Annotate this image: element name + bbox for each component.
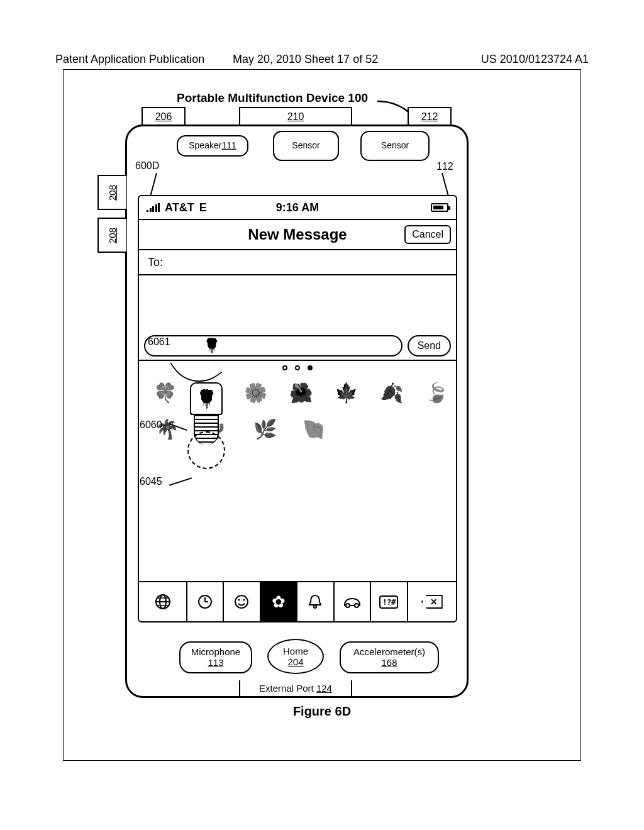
smiley-icon bbox=[234, 594, 249, 609]
emoji-fallen-leaf[interactable]: 🍂 bbox=[379, 379, 403, 406]
svg-point-9 bbox=[238, 599, 240, 601]
clock-icon bbox=[197, 594, 213, 609]
ref-tab-210: 210 bbox=[239, 107, 352, 126]
ref-tab-206: 206 bbox=[142, 107, 186, 126]
emoji-hibiscus[interactable]: 🌺 bbox=[289, 379, 313, 406]
carrier-label: AT&T bbox=[165, 201, 194, 214]
external-port-label: External Port 124 bbox=[239, 680, 352, 697]
figure-caption: Figure 6D bbox=[0, 704, 644, 719]
to-label: To: bbox=[148, 256, 163, 269]
category-recent[interactable] bbox=[186, 582, 225, 621]
globe-key[interactable] bbox=[139, 582, 187, 621]
category-objects[interactable] bbox=[296, 582, 335, 621]
home-button[interactable]: Home204 bbox=[267, 639, 324, 674]
svg-point-11 bbox=[314, 606, 316, 608]
flower-icon: ✿ bbox=[272, 592, 286, 612]
cancel-button[interactable]: Cancel bbox=[404, 225, 451, 244]
callout-112: 112 bbox=[436, 161, 453, 172]
svg-point-13 bbox=[355, 604, 358, 607]
category-places[interactable] bbox=[333, 582, 372, 621]
car-icon bbox=[343, 595, 362, 608]
emoji-clover[interactable]: 🍀 bbox=[153, 379, 177, 406]
globe-icon bbox=[155, 594, 171, 610]
page-dot-3[interactable] bbox=[308, 365, 313, 370]
emoji-leaves[interactable]: 🍃 bbox=[425, 379, 448, 406]
optical-sensor-label-fixed: OpticalSensor 164 bbox=[273, 131, 339, 161]
speaker-label: Speaker111 bbox=[177, 135, 248, 157]
callout-6061: 6061 bbox=[148, 336, 170, 348]
callout-600d: 600D bbox=[135, 160, 159, 172]
symbols-icon: !?# bbox=[379, 595, 398, 609]
proximity-sensor-label: ProximitySensor 166 bbox=[360, 131, 430, 161]
callout-6060: 6060 bbox=[140, 419, 162, 431]
touchscreen[interactable]: AT&T E 9:16 AM New Message Cancel To: 🌹 … bbox=[138, 195, 457, 622]
ref-tab-208a: 208 bbox=[97, 175, 126, 210]
popup-rose-icon: 🌹 bbox=[190, 382, 223, 415]
send-button[interactable]: Send bbox=[408, 335, 451, 357]
ref-tab-208b: 208 bbox=[97, 218, 126, 253]
category-people[interactable] bbox=[223, 582, 261, 621]
emoji-grid[interactable]: 🍀 🌻 🌼 🌺 🍁 🍂 🍃 🌴 🌵 🌿 🐚 bbox=[139, 375, 456, 443]
svg-point-8 bbox=[235, 595, 248, 608]
ref-tab-212: 212 bbox=[408, 107, 452, 126]
microphone-label: Microphone113 bbox=[179, 641, 252, 673]
page-title: New Message bbox=[248, 226, 347, 243]
emoji-maple-leaf[interactable]: 🍁 bbox=[334, 379, 358, 406]
battery-icon bbox=[431, 203, 448, 212]
device-title: Portable Multifunction Device 100 bbox=[177, 91, 368, 105]
page-dot-2[interactable] bbox=[295, 365, 300, 370]
to-field[interactable]: To: bbox=[139, 250, 456, 275]
network-label: E bbox=[199, 201, 207, 214]
emoji-herb[interactable]: 🌿 bbox=[251, 415, 279, 443]
signal-icon bbox=[147, 203, 160, 212]
svg-point-12 bbox=[346, 604, 350, 607]
emoji-shell[interactable]: 🐚 bbox=[300, 415, 328, 443]
accelerometer-label: Accelerometer(s)168 bbox=[340, 641, 439, 673]
emoji-blossom[interactable]: 🌼 bbox=[243, 379, 267, 406]
patent-figure-page: Patent Application Publication May 20, 2… bbox=[0, 0, 644, 830]
compose-area[interactable] bbox=[139, 275, 456, 332]
status-bar: AT&T E 9:16 AM bbox=[139, 196, 456, 220]
selection-indicator bbox=[187, 431, 225, 469]
page-dot-1[interactable] bbox=[282, 365, 287, 370]
clock-label: 9:16 AM bbox=[276, 201, 319, 214]
bell-icon bbox=[308, 594, 323, 610]
nav-bar: New Message Cancel bbox=[139, 220, 456, 250]
category-symbols[interactable]: !?# bbox=[370, 582, 408, 621]
header-sheet: May 20, 2010 Sheet 17 of 52 bbox=[233, 53, 378, 66]
callout-6045: 6045 bbox=[140, 476, 162, 487]
header-publication: Patent Application Publication bbox=[55, 53, 204, 66]
svg-point-10 bbox=[243, 599, 245, 601]
backspace-key[interactable]: ✕ bbox=[408, 582, 457, 621]
header-pubnum: US 2010/0123724 A1 bbox=[481, 53, 589, 66]
category-nature[interactable]: ✿ bbox=[260, 582, 298, 621]
backspace-icon: ✕ bbox=[421, 595, 443, 609]
keyboard-category-bar: ✿ !?# ✕ bbox=[139, 581, 456, 621]
